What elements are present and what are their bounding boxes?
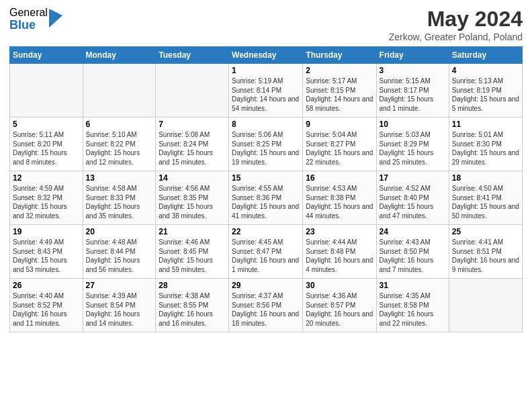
day-number: 17 (380, 173, 446, 183)
day-info: Sunrise: 5:17 AMSunset: 8:15 PMDaylight:… (306, 77, 373, 113)
table-row: 27Sunrise: 4:39 AMSunset: 8:54 PMDayligh… (83, 279, 156, 332)
day-number: 19 (13, 227, 80, 236)
table-row: 19Sunrise: 4:49 AMSunset: 8:43 PMDayligh… (10, 225, 83, 279)
day-info: Sunrise: 4:59 AMSunset: 8:32 PMDaylight:… (13, 184, 80, 220)
day-info: Sunrise: 5:08 AMSunset: 8:24 PMDaylight:… (159, 130, 226, 167)
table-row: 4Sunrise: 5:13 AMSunset: 8:19 PMDaylight… (449, 64, 522, 118)
table-row: 26Sunrise: 4:40 AMSunset: 8:52 PMDayligh… (10, 279, 83, 332)
table-row: 16Sunrise: 4:53 AMSunset: 8:38 PMDayligh… (303, 171, 376, 225)
main-title: May 2024 (389, 7, 523, 32)
table-row: 30Sunrise: 4:36 AMSunset: 8:57 PMDayligh… (303, 279, 376, 332)
table-row: 24Sunrise: 4:43 AMSunset: 8:50 PMDayligh… (376, 225, 449, 279)
day-info: Sunrise: 4:41 AMSunset: 8:51 PMDaylight:… (452, 238, 519, 274)
svg-marker-0 (49, 9, 62, 28)
table-row: 8Sunrise: 5:06 AMSunset: 8:25 PMDaylight… (229, 118, 303, 171)
calendar-table: Sunday Monday Tuesday Wednesday Thursday… (9, 46, 523, 332)
calendar-week-row: 12Sunrise: 4:59 AMSunset: 8:32 PMDayligh… (10, 171, 523, 225)
day-info: Sunrise: 5:03 AMSunset: 8:29 PMDaylight:… (380, 130, 446, 167)
day-number: 8 (232, 120, 300, 129)
day-info: Sunrise: 4:38 AMSunset: 8:55 PMDaylight:… (159, 291, 226, 328)
table-row: 28Sunrise: 4:38 AMSunset: 8:55 PMDayligh… (156, 279, 229, 332)
day-number: 23 (306, 227, 373, 236)
day-number: 24 (380, 227, 446, 236)
day-info: Sunrise: 4:45 AMSunset: 8:47 PMDaylight:… (232, 238, 300, 274)
table-row: 22Sunrise: 4:45 AMSunset: 8:47 PMDayligh… (229, 225, 303, 279)
day-info: Sunrise: 5:19 AMSunset: 8:14 PMDaylight:… (232, 77, 300, 113)
table-row: 9Sunrise: 5:04 AMSunset: 8:27 PMDaylight… (303, 118, 376, 171)
day-number: 9 (306, 120, 373, 129)
logo-text: General Blue (9, 7, 48, 32)
calendar-week-row: 26Sunrise: 4:40 AMSunset: 8:52 PMDayligh… (10, 279, 523, 332)
day-number: 3 (380, 66, 446, 75)
table-row: 5Sunrise: 5:11 AMSunset: 8:20 PMDaylight… (10, 118, 83, 171)
day-info: Sunrise: 4:53 AMSunset: 8:38 PMDaylight:… (306, 184, 373, 220)
day-number: 30 (306, 281, 373, 290)
logo-icon (49, 9, 62, 28)
header: General Blue May 2024 Zerkow, Greater Po… (9, 7, 523, 42)
day-info: Sunrise: 4:39 AMSunset: 8:54 PMDaylight:… (86, 291, 153, 328)
day-number: 11 (452, 120, 519, 129)
day-number: 29 (232, 281, 300, 290)
table-row: 12Sunrise: 4:59 AMSunset: 8:32 PMDayligh… (10, 171, 83, 225)
table-row: 1Sunrise: 5:19 AMSunset: 8:14 PMDaylight… (229, 64, 303, 118)
col-saturday: Saturday (449, 47, 522, 64)
day-number: 10 (380, 120, 446, 129)
table-row: 18Sunrise: 4:50 AMSunset: 8:41 PMDayligh… (449, 171, 522, 225)
day-info: Sunrise: 4:58 AMSunset: 8:33 PMDaylight:… (86, 184, 153, 220)
day-number: 16 (306, 173, 373, 183)
table-row: 20Sunrise: 4:48 AMSunset: 8:44 PMDayligh… (83, 225, 156, 279)
day-info: Sunrise: 4:56 AMSunset: 8:35 PMDaylight:… (159, 184, 226, 220)
day-info: Sunrise: 4:55 AMSunset: 8:36 PMDaylight:… (232, 184, 300, 220)
col-sunday: Sunday (10, 47, 83, 64)
col-thursday: Thursday (303, 47, 376, 64)
day-number: 25 (452, 227, 519, 236)
logo-general: General (9, 7, 48, 19)
logo-blue: Blue (9, 19, 48, 32)
day-number: 15 (232, 173, 300, 183)
logo: General Blue (9, 7, 62, 32)
day-info: Sunrise: 4:52 AMSunset: 8:40 PMDaylight:… (380, 184, 446, 220)
col-wednesday: Wednesday (229, 47, 303, 64)
day-info: Sunrise: 4:46 AMSunset: 8:45 PMDaylight:… (159, 238, 226, 274)
day-number: 5 (13, 120, 80, 129)
day-number: 12 (13, 173, 80, 183)
table-row: 13Sunrise: 4:58 AMSunset: 8:33 PMDayligh… (83, 171, 156, 225)
calendar-week-row: 1Sunrise: 5:19 AMSunset: 8:14 PMDaylight… (10, 64, 523, 118)
day-info: Sunrise: 4:49 AMSunset: 8:43 PMDaylight:… (13, 238, 80, 274)
table-row: 25Sunrise: 4:41 AMSunset: 8:51 PMDayligh… (449, 225, 522, 279)
table-row: 7Sunrise: 5:08 AMSunset: 8:24 PMDaylight… (156, 118, 229, 171)
day-number: 2 (306, 66, 373, 75)
table-row: 6Sunrise: 5:10 AMSunset: 8:22 PMDaylight… (83, 118, 156, 171)
day-number: 21 (159, 227, 226, 236)
day-number: 4 (452, 66, 519, 75)
calendar-week-row: 19Sunrise: 4:49 AMSunset: 8:43 PMDayligh… (10, 225, 523, 279)
day-info: Sunrise: 4:44 AMSunset: 8:48 PMDaylight:… (306, 238, 373, 274)
day-info: Sunrise: 5:06 AMSunset: 8:25 PMDaylight:… (232, 130, 300, 167)
day-number: 20 (86, 227, 153, 236)
day-number: 13 (86, 173, 153, 183)
table-row: 23Sunrise: 4:44 AMSunset: 8:48 PMDayligh… (303, 225, 376, 279)
table-row: 2Sunrise: 5:17 AMSunset: 8:15 PMDaylight… (303, 64, 376, 118)
table-row: 29Sunrise: 4:37 AMSunset: 8:56 PMDayligh… (229, 279, 303, 332)
day-info: Sunrise: 4:48 AMSunset: 8:44 PMDaylight:… (86, 238, 153, 274)
day-number: 14 (159, 173, 226, 183)
table-row: 17Sunrise: 4:52 AMSunset: 8:40 PMDayligh… (376, 171, 449, 225)
day-number: 1 (232, 66, 300, 75)
table-row: 3Sunrise: 5:15 AMSunset: 8:17 PMDaylight… (376, 64, 449, 118)
table-row (83, 64, 156, 118)
subtitle: Zerkow, Greater Poland, Poland (389, 32, 523, 42)
table-row: 11Sunrise: 5:01 AMSunset: 8:30 PMDayligh… (449, 118, 522, 171)
day-info: Sunrise: 4:36 AMSunset: 8:57 PMDaylight:… (306, 291, 373, 328)
table-row (156, 64, 229, 118)
col-friday: Friday (376, 47, 449, 64)
day-number: 26 (13, 281, 80, 290)
table-row: 10Sunrise: 5:03 AMSunset: 8:29 PMDayligh… (376, 118, 449, 171)
day-number: 7 (159, 120, 226, 129)
calendar-week-row: 5Sunrise: 5:11 AMSunset: 8:20 PMDaylight… (10, 118, 523, 171)
day-info: Sunrise: 5:10 AMSunset: 8:22 PMDaylight:… (86, 130, 153, 167)
day-info: Sunrise: 5:11 AMSunset: 8:20 PMDaylight:… (13, 130, 80, 167)
day-info: Sunrise: 5:04 AMSunset: 8:27 PMDaylight:… (306, 130, 373, 167)
table-row: 21Sunrise: 4:46 AMSunset: 8:45 PMDayligh… (156, 225, 229, 279)
day-info: Sunrise: 4:37 AMSunset: 8:56 PMDaylight:… (232, 291, 300, 328)
day-number: 18 (452, 173, 519, 183)
